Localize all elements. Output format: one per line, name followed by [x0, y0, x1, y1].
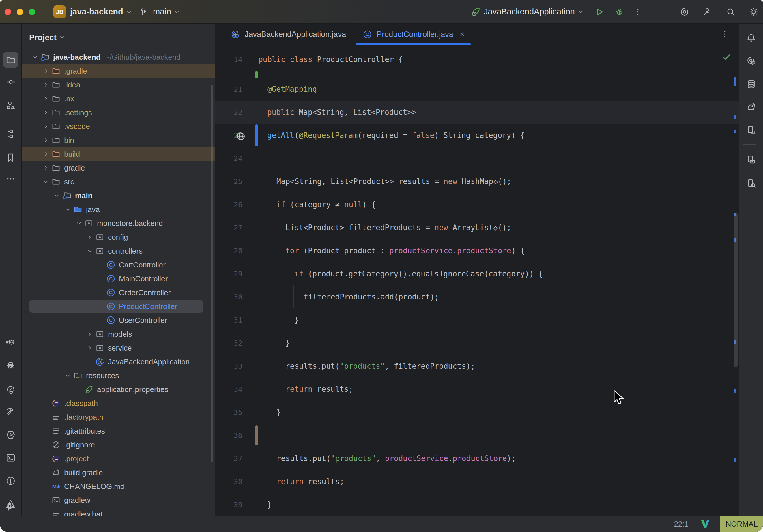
- services-tool-button[interactable]: [3, 427, 19, 443]
- folder-tool-button[interactable]: [3, 52, 19, 67]
- tree-chevron-right-icon[interactable]: [84, 232, 95, 243]
- tree-item-gradlew[interactable]: gradlew: [22, 493, 215, 507]
- line-number[interactable]: 30: [215, 293, 242, 301]
- bookmark-tool-button[interactable]: [3, 150, 19, 165]
- tree-item-maincontroller[interactable]: CMainController: [22, 272, 215, 286]
- tree-item-bin[interactable]: bin: [22, 133, 215, 147]
- database-tool-button[interactable]: [743, 76, 759, 92]
- tree-item-build[interactable]: build: [22, 147, 215, 161]
- more-tool-button[interactable]: [3, 171, 19, 187]
- code-line-26[interactable]: 26if (category ≠ null) {: [215, 193, 739, 216]
- tree-chevron-right-icon[interactable]: [41, 93, 52, 104]
- code-line-34[interactable]: 34return results;: [215, 378, 739, 401]
- code-line-32[interactable]: 32}: [215, 332, 739, 355]
- ideavim-icon[interactable]: [700, 519, 710, 529]
- incognito-tool-button[interactable]: [3, 358, 19, 373]
- line-number[interactable]: 14: [215, 55, 242, 64]
- run-configuration[interactable]: JavaBackendApplication: [484, 7, 575, 16]
- tree-item-resources[interactable]: resources: [22, 369, 215, 382]
- tree-item-src[interactable]: src: [22, 175, 215, 189]
- code-line-27[interactable]: 27List<Product> filteredProducts = new A…: [215, 216, 739, 239]
- debug-button[interactable]: [614, 7, 624, 17]
- code-line-14[interactable]: 14public class ProductController {: [215, 48, 739, 71]
- line-number[interactable]: 22: [215, 108, 242, 117]
- tree-chevron-right-icon[interactable]: [41, 79, 52, 90]
- tree-item--gitignore[interactable]: .gitignore: [22, 438, 215, 452]
- code-line-22[interactable]: 22public Map<String, List<Product>>: [215, 101, 739, 124]
- line-number[interactable]: 39: [215, 500, 242, 509]
- tree-item-javabackendapplication[interactable]: JavaBackendApplication: [22, 355, 215, 369]
- more-run-options-icon[interactable]: [632, 7, 643, 17]
- tree-item-service[interactable]: service: [22, 341, 215, 355]
- tree-item-changelog-md[interactable]: MCHANGELOG.md: [22, 479, 215, 493]
- editor-tab-productcontroller-java[interactable]: CProductController.java×: [354, 24, 473, 45]
- tree-item-ordercontroller[interactable]: COrderController: [22, 286, 215, 299]
- code-line-37[interactable]: 37results.put("products", productService…: [215, 447, 739, 470]
- bell-tool-button[interactable]: [743, 30, 759, 46]
- settings-gear-icon[interactable]: [749, 7, 759, 17]
- device-android-tool-button[interactable]: [743, 122, 759, 138]
- inspections-ok-icon[interactable]: [721, 52, 731, 62]
- tree-item-gradlew-bat[interactable]: gradlew.bat: [22, 507, 215, 516]
- tree-item--classpath[interactable]: .classpath: [22, 396, 215, 410]
- tree-item-build-gradle[interactable]: build.gradle: [22, 466, 215, 479]
- code-line-29[interactable]: 29if (product.getCategory().equalsIgnore…: [215, 262, 739, 285]
- tree-item--gradle[interactable]: .gradle: [22, 64, 215, 78]
- tree-item--vscode[interactable]: .vscode: [22, 119, 215, 133]
- line-number[interactable]: 36: [215, 431, 242, 440]
- caret-position[interactable]: 22:1: [674, 520, 689, 529]
- git-branch-tool-button[interactable]: [3, 499, 19, 515]
- ai-chat-tool-button[interactable]: [743, 53, 759, 69]
- tree-item-java[interactable]: java: [22, 202, 215, 216]
- structure-tool-button[interactable]: [3, 126, 19, 142]
- tree-chevron-down-icon[interactable]: [41, 176, 52, 187]
- tree-item-monostore-backend[interactable]: monostore.backend: [22, 216, 215, 230]
- code-line-36[interactable]: 36: [215, 424, 739, 447]
- commit-tool-button[interactable]: [3, 74, 19, 90]
- editor-body[interactable]: 14public class ProductController {21@Get…: [215, 45, 739, 516]
- line-number[interactable]: 28: [215, 247, 242, 255]
- tree-item-cartcontroller[interactable]: CCartController: [22, 258, 215, 272]
- run-button[interactable]: [595, 7, 605, 17]
- line-number[interactable]: 32: [215, 339, 242, 347]
- problems-tool-button[interactable]: [3, 473, 19, 489]
- zoom-window-button[interactable]: [29, 9, 35, 15]
- line-number[interactable]: 38: [215, 478, 242, 486]
- line-number[interactable]: 33: [215, 362, 242, 371]
- tree-item-main[interactable]: main: [22, 189, 215, 202]
- hammer-build-tool-button[interactable]: [3, 403, 19, 419]
- tree-item-java-backend[interactable]: java-backend~/Github/java-backend: [22, 50, 215, 64]
- editor-tab-javabackendapplication-java[interactable]: JavaBackendApplication.java: [222, 24, 354, 45]
- tree-chevron-right-icon[interactable]: [84, 343, 95, 354]
- tree-item--idea[interactable]: .idea: [22, 78, 215, 92]
- code-with-me-icon[interactable]: [703, 7, 713, 17]
- folded-region-band[interactable]: [215, 71, 739, 78]
- code-line-28[interactable]: 28for (Product product : productService.…: [215, 239, 739, 262]
- speed-cat-tool-button[interactable]: [3, 335, 19, 351]
- project-tree-scrollbar[interactable]: [211, 85, 213, 462]
- rest-endpoint-globe-icon[interactable]: [235, 130, 246, 142]
- tab-options-icon[interactable]: [720, 29, 730, 39]
- tree-item--project[interactable]: .project: [22, 452, 215, 466]
- gradle-tool-button[interactable]: [743, 99, 759, 115]
- vcs-widget[interactable]: main: [139, 7, 180, 17]
- project-widget[interactable]: java-backend: [66, 7, 133, 16]
- line-number[interactable]: 27: [215, 224, 242, 232]
- tree-chevron-right-icon[interactable]: [41, 162, 52, 173]
- close-window-button[interactable]: [5, 9, 11, 15]
- shapes-tool-button[interactable]: [3, 97, 19, 113]
- line-number[interactable]: 37: [215, 454, 242, 463]
- tree-chevron-right-icon[interactable]: [41, 135, 52, 146]
- terminal-tool-button[interactable]: [3, 450, 19, 466]
- code-line-38[interactable]: 38return results;: [215, 470, 739, 493]
- ai-assistant-icon[interactable]: [679, 7, 690, 17]
- tree-chevron-right-icon[interactable]: [41, 107, 52, 118]
- chevron-down-icon[interactable]: [577, 8, 584, 15]
- tree-item-application-properties[interactable]: application.properties: [22, 382, 215, 396]
- tree-chevron-down-icon[interactable]: [73, 218, 84, 229]
- search-icon[interactable]: [725, 7, 736, 17]
- line-number[interactable]: 35: [215, 408, 242, 417]
- tree-item--gitattributes[interactable]: .gitattributes: [22, 424, 215, 438]
- tree-item-controllers[interactable]: controllers: [22, 244, 215, 258]
- editor-scrollbar[interactable]: [733, 213, 738, 367]
